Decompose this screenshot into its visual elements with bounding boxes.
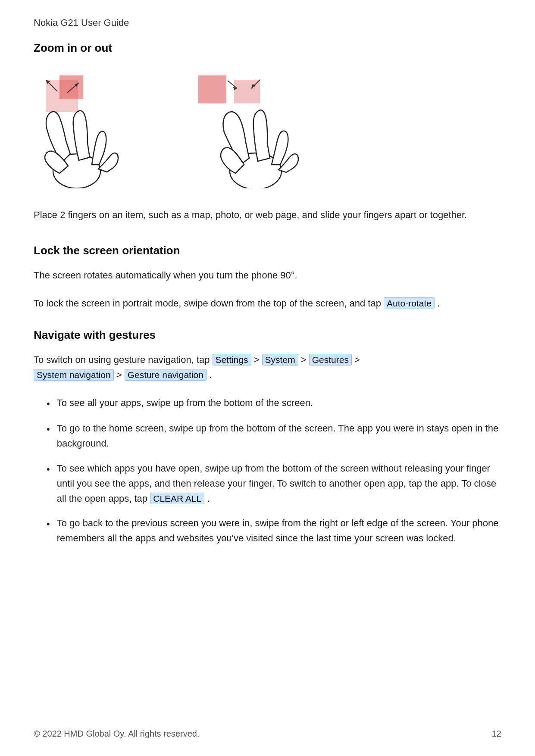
auto-rotate-tag: Auto-rotate (384, 297, 435, 309)
gesture-nav-tag: Gesture navigation (125, 369, 206, 381)
bullet-list: • To see all your apps, swipe up from th… (47, 395, 501, 546)
lock-section: Lock the screen orientation The screen r… (34, 244, 501, 311)
bullet-dot-2: • (47, 422, 50, 437)
arrow4: > (116, 369, 122, 380)
settings-tag: Settings (213, 354, 251, 366)
bullet-item-2: • To go to the home screen, swipe up fro… (47, 421, 501, 451)
svg-rect-1 (59, 75, 83, 99)
bullet-text-1: To see all your apps, swipe up from the … (57, 395, 501, 410)
svg-rect-7 (198, 75, 226, 103)
navigate-section: Navigate with gestures To switch on usin… (34, 328, 501, 546)
arrow1: > (254, 354, 260, 365)
lock-para2-end: . (437, 298, 440, 309)
lock-para1: The screen rotates automatically when yo… (34, 268, 501, 283)
zoom-section: Zoom in or out (34, 41, 501, 222)
zoom-out-illustration (34, 68, 154, 190)
gestures-tag: Gestures (309, 354, 352, 366)
illustration-area (34, 68, 501, 190)
page: Nokia G21 User Guide Zoom in or out (0, 0, 535, 756)
header-title: Nokia G21 User Guide (34, 17, 501, 28)
intro-end: . (209, 369, 212, 380)
intro-start: To switch on using gesture navigation, t… (34, 354, 210, 365)
lock-title: Lock the screen orientation (34, 244, 501, 257)
bullet-item-4: • To go back to the previous screen you … (47, 515, 501, 546)
system-nav-tag: System navigation (34, 369, 114, 381)
clear-all-tag: CLEAR ALL (150, 493, 204, 504)
bullet-text-4: To go back to the previous screen you we… (57, 515, 501, 546)
lock-para2-start: To lock the screen in portrait mode, swi… (34, 298, 381, 309)
bullet-item-3: • To see which apps you have open, swipe… (47, 461, 501, 506)
zoom-in-illustration (189, 68, 327, 190)
bullet-dot-3: • (47, 462, 50, 477)
system-tag: System (262, 354, 298, 366)
footer-page-number: 12 (492, 729, 501, 739)
zoom-out-svg (34, 68, 154, 188)
bullet-dot-1: • (47, 396, 50, 411)
arrow2: > (301, 354, 307, 365)
lock-para2: To lock the screen in portrait mode, swi… (34, 296, 501, 311)
zoom-in-svg (189, 68, 327, 188)
navigate-title: Navigate with gestures (34, 328, 501, 342)
arrow3: > (354, 354, 360, 365)
zoom-description: Place 2 fingers on an item, such as a ma… (34, 207, 501, 222)
bullet-item-1: • To see all your apps, swipe up from th… (47, 395, 501, 411)
footer-copyright: © 2022 HMD Global Oy. All rights reserve… (34, 729, 200, 739)
bullet-dot-4: • (47, 516, 50, 531)
zoom-title: Zoom in or out (34, 41, 501, 55)
bullet-text-3: To see which apps you have open, swipe u… (57, 461, 501, 506)
navigate-intro: To switch on using gesture navigation, t… (34, 352, 501, 382)
footer: © 2022 HMD Global Oy. All rights reserve… (34, 729, 501, 739)
bullet-text-2: To go to the home screen, swipe up from … (57, 421, 501, 451)
